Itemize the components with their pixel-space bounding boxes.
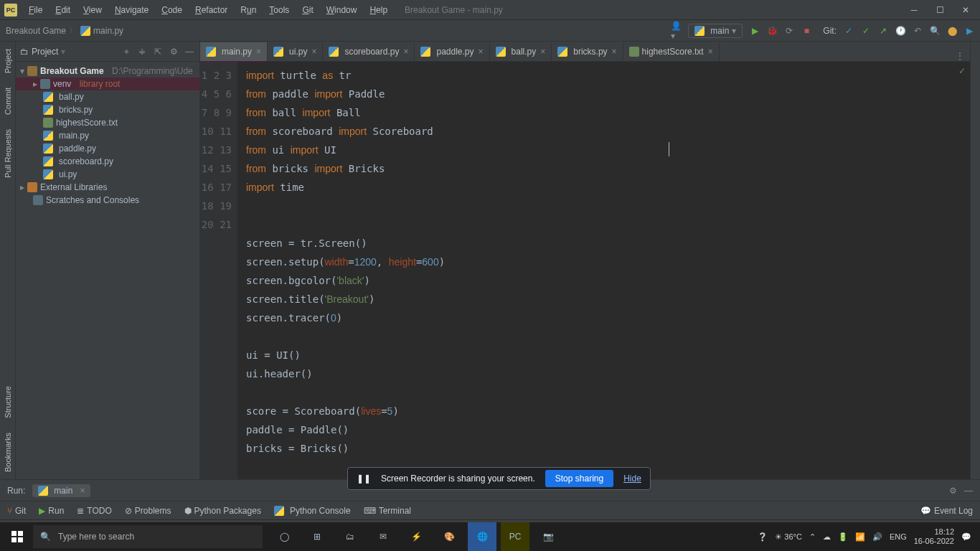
ide-settings-icon[interactable]: ⬤ (947, 26, 957, 36)
pycharm-icon[interactable]: PC (501, 522, 529, 551)
pause-icon[interactable]: ❚❚ (357, 474, 371, 484)
stop-icon[interactable]: ■ (801, 26, 811, 36)
menu-file[interactable]: File (23, 4, 48, 17)
volume-icon[interactable]: 🔊 (872, 532, 882, 542)
hide-banner-button[interactable]: Hide (623, 474, 641, 484)
tool-pyconsole[interactable]: Python Console (274, 506, 351, 516)
hide-panel-icon[interactable]: — (964, 486, 973, 496)
tray-chevron-icon[interactable]: ⌃ (809, 532, 816, 542)
onedrive-icon[interactable]: ☁ (823, 532, 831, 542)
menu-git[interactable]: Git (296, 4, 319, 17)
tree-file-ui[interactable]: ui.py (16, 168, 199, 181)
tab-more-icon[interactable]: ⋮ (950, 51, 970, 61)
cortana-icon[interactable]: ⊞ (303, 522, 331, 551)
close-icon[interactable]: × (540, 47, 545, 57)
stop-sharing-button[interactable]: Stop sharing (545, 470, 613, 487)
tree-scratches[interactable]: Scratches and Consoles (16, 194, 199, 207)
battery-icon[interactable]: 🔋 (838, 532, 848, 542)
close-icon[interactable]: × (708, 47, 713, 57)
close-icon[interactable]: × (479, 47, 484, 57)
tree-file-highscore[interactable]: highestScore.txt (16, 116, 199, 129)
tree-file-main[interactable]: main.py (16, 129, 199, 142)
menu-edit[interactable]: Edit (50, 4, 76, 17)
maximize-icon[interactable]: ☐ (930, 3, 950, 17)
menu-navigate[interactable]: Navigate (109, 4, 154, 17)
tab-highscore[interactable]: highestScore.txt× (623, 42, 720, 61)
notifications-icon[interactable]: 💬 (961, 532, 971, 542)
coverage-icon[interactable]: ⟳ (784, 26, 794, 36)
tool-eventlog[interactable]: 💬Event Log (920, 506, 973, 516)
tool-pypackages[interactable]: ⬢Python Packages (184, 506, 261, 516)
tab-scoreboard[interactable]: scoreboard.py× (323, 42, 415, 61)
tool-commit[interactable]: Commit (2, 80, 14, 122)
user-icon[interactable]: 👤▾ (671, 26, 681, 36)
close-icon[interactable]: × (256, 47, 261, 57)
run-config-selector[interactable]: main ▾ (688, 24, 743, 38)
app-icon[interactable]: 🎨 (435, 522, 463, 551)
inspection-ok-icon[interactable]: ✓ (958, 66, 966, 76)
taskbar-clock[interactable]: 18:1216-06-2022 (914, 527, 954, 546)
run-icon[interactable]: ▶ (750, 26, 760, 36)
weather-widget[interactable]: ☀ 36°C (775, 532, 802, 542)
menu-refactor[interactable]: Refactor (189, 4, 233, 17)
git-push-icon[interactable]: ↗ (878, 26, 888, 36)
tool-terminal[interactable]: ⌨Terminal (364, 506, 411, 516)
tab-main[interactable]: main.py× (200, 42, 268, 61)
breadcrumb-file[interactable]: main.py (93, 26, 123, 36)
taskbar-search[interactable]: 🔍 Type here to search (33, 525, 263, 548)
tab-paddle[interactable]: paddle.py× (415, 42, 489, 61)
tool-problems[interactable]: ⊘Problems (125, 506, 171, 516)
run-tab-main[interactable]: main× (32, 484, 90, 497)
menu-window[interactable]: Window (321, 4, 363, 17)
code-content[interactable]: import turtle as tr from paddle import P… (237, 62, 970, 479)
git-history-icon[interactable]: 🕐 (895, 26, 905, 36)
tool-git[interactable]: ⑂Git (7, 506, 26, 516)
breadcrumb-project[interactable]: Breakout Game (6, 26, 66, 36)
gear-icon[interactable]: ⚙ (949, 486, 957, 496)
locate-icon[interactable]: ⌖ (121, 46, 132, 57)
tab-bricks[interactable]: bricks.py× (552, 42, 623, 61)
tool-structure[interactable]: Structure (2, 379, 14, 425)
tree-file-bricks[interactable]: bricks.py (16, 103, 199, 116)
edge-icon[interactable]: 🌐 (468, 522, 496, 551)
collapse-icon[interactable]: ⇱ (152, 46, 164, 57)
git-rollback-icon[interactable]: ↶ (913, 26, 923, 36)
tree-root[interactable]: ▾Breakout Game D:\Programming\Ude (16, 65, 199, 77)
menu-help[interactable]: Help (364, 4, 393, 17)
wifi-icon[interactable]: 📶 (855, 532, 865, 542)
camera-icon[interactable]: 📷 (534, 522, 562, 551)
app-icon[interactable]: ⚡ (402, 522, 430, 551)
code-editor[interactable]: 1 2 3 4 5 6 7 8 9 10 11 12 13 14 15 16 1… (200, 62, 970, 479)
tool-pullrequests[interactable]: Pull Requests (2, 122, 14, 185)
tree-file-scoreboard[interactable]: scoreboard.py (16, 155, 199, 168)
tool-todo[interactable]: ≣TODO (77, 506, 111, 516)
run-anything-icon[interactable]: ▶ (964, 26, 974, 36)
gear-icon[interactable]: ⚙ (168, 46, 179, 57)
menu-view[interactable]: View (77, 4, 108, 17)
tree-file-paddle[interactable]: paddle.py (16, 142, 199, 155)
menu-tools[interactable]: Tools (263, 4, 295, 17)
tool-bookmarks[interactable]: Bookmarks (2, 425, 14, 479)
tool-project[interactable]: Project (2, 42, 14, 80)
search-icon[interactable]: 🔍 (930, 26, 940, 36)
expand-icon[interactable]: ≑ (136, 46, 148, 57)
tree-external-libs[interactable]: ▸External Libraries (16, 181, 199, 194)
close-icon[interactable]: × (311, 47, 316, 57)
tab-ball[interactable]: ball.py× (490, 42, 552, 61)
debug-icon[interactable]: 🐞 (767, 26, 777, 36)
close-icon[interactable]: × (403, 47, 408, 57)
task-view-icon[interactable]: ◯ (270, 522, 298, 551)
menu-run[interactable]: Run (235, 4, 262, 17)
minimize-icon[interactable]: ─ (904, 3, 924, 17)
language-indicator[interactable]: ENG (890, 532, 907, 541)
explorer-icon[interactable]: 🗂 (336, 522, 364, 551)
hide-panel-icon[interactable]: — (184, 46, 195, 57)
mail-icon[interactable]: ✉ (369, 522, 397, 551)
help-icon[interactable]: ❔ (758, 532, 768, 542)
git-commit-icon[interactable]: ✓ (861, 26, 871, 36)
tree-venv[interactable]: ▸venv library root (16, 77, 199, 90)
start-button[interactable] (3, 522, 32, 551)
tab-ui[interactable]: ui.py× (268, 42, 323, 61)
close-icon[interactable]: × (80, 486, 85, 496)
tool-run[interactable]: ▶Run (39, 506, 64, 516)
